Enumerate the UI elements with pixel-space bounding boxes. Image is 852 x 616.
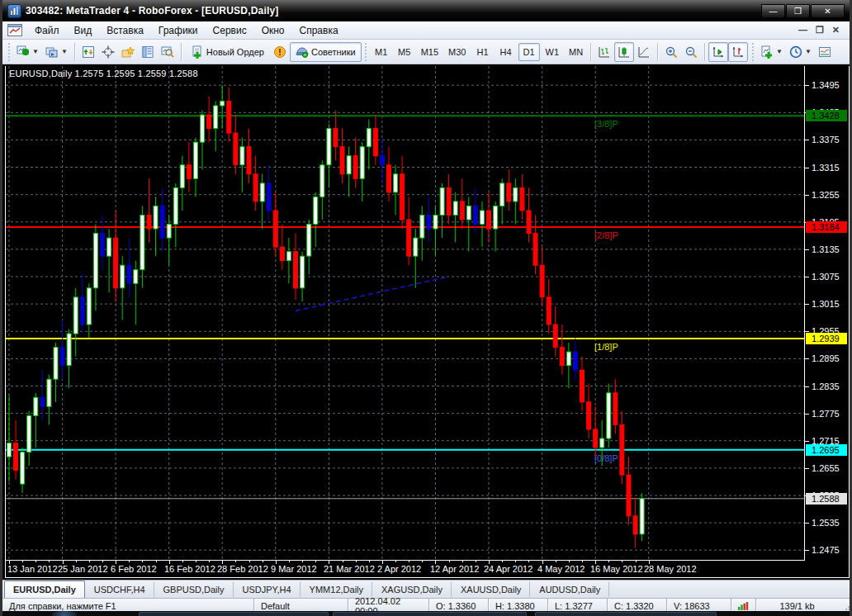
profiles-button[interactable]: ▼ <box>42 42 71 62</box>
price-tick-label: 1.2535 <box>812 518 840 528</box>
start-orb[interactable] <box>52 611 77 616</box>
date-tick-label: 16 May 2012 <box>590 564 643 574</box>
child-minimize-button[interactable]: — <box>798 25 807 36</box>
expert-advisors-button[interactable]: Советники <box>290 42 362 62</box>
timeframe-button-m30[interactable]: M30 <box>444 43 470 61</box>
date-minor-tick <box>235 561 236 562</box>
price-tick-mark <box>805 249 809 250</box>
chart-tab-eurusd[interactable]: EURUSD,Daily <box>4 580 85 598</box>
timeframe-button-h4[interactable]: H4 <box>495 43 517 61</box>
auto-scroll-button[interactable] <box>708 42 728 62</box>
new-chart-button[interactable]: ▼ <box>13 42 42 62</box>
child-restore-button[interactable]: ❐ <box>816 25 824 36</box>
menu-item-окно[interactable]: Окно <box>254 23 292 38</box>
price-tick-mark <box>805 441 809 442</box>
mt4-window: 303482: MetaTrader 4 - RoboForex - [EURU… <box>0 0 852 616</box>
taskbar-sliver <box>2 611 852 616</box>
date-minor-tick <box>636 561 637 562</box>
candlestick-chart-icon <box>618 45 631 59</box>
taskbar-button[interactable] <box>535 612 717 616</box>
timeframe-button-m15[interactable]: M15 <box>417 43 443 61</box>
chart-tab-xagusd[interactable]: XAGUSD,Daily <box>372 581 452 597</box>
menu-item-сервис[interactable]: Сервис <box>206 23 254 38</box>
svg-text:[3/8]P: [3/8]P <box>594 119 618 129</box>
toolbar-grip[interactable] <box>364 43 368 61</box>
chart-tab-audusd[interactable]: AUDUSD,Daily <box>530 581 609 597</box>
chart-shift-icon <box>731 45 745 59</box>
timeframe-button-w1[interactable]: W1 <box>542 43 564 61</box>
taskbar-button[interactable] <box>333 612 527 616</box>
chart-tab-usdchf[interactable]: USDCHF,H4 <box>85 581 154 597</box>
strategy-tester-button[interactable] <box>158 42 178 62</box>
toolbar-separator <box>657 43 658 61</box>
price-tick-label: 1.2655 <box>812 463 840 474</box>
menu-bar: ФайлВидВставкаГрафикиСервисОкноСправка —… <box>2 21 850 40</box>
favorites-button[interactable] <box>118 42 138 62</box>
menu-item-файл[interactable]: Файл <box>27 23 67 38</box>
date-minor-tick <box>196 561 196 562</box>
date-minor-tick <box>528 561 529 562</box>
date-minor-tick <box>395 561 396 562</box>
alerts-button[interactable] <box>270 42 290 62</box>
chart-tab-gbpusd[interactable]: GBPUSD,Daily <box>154 581 234 597</box>
minimize-button[interactable]: — <box>761 4 785 18</box>
window-title: 303482: MetaTrader 4 - RoboForex - [EURU… <box>26 5 279 17</box>
zoom-in-button[interactable] <box>661 42 681 62</box>
price-tick-label: 1.3135 <box>812 244 840 255</box>
line-chart-button[interactable] <box>634 42 654 62</box>
title-bar: 303482: MetaTrader 4 - RoboForex - [EURU… <box>2 0 850 21</box>
chart-shift-button[interactable] <box>728 42 748 62</box>
zoom-out-icon <box>684 45 698 59</box>
menu-item-справка[interactable]: Справка <box>292 23 346 38</box>
periods-button[interactable]: ▼ <box>786 42 815 62</box>
indicators-button[interactable]: ▼ <box>757 42 786 62</box>
date-minor-tick <box>129 561 130 562</box>
menu-item-вставка[interactable]: Вставка <box>99 23 151 38</box>
date-minor-tick <box>622 561 622 562</box>
price-axis[interactable]: 1.34951.34351.33751.33151.32551.31951.31… <box>805 66 849 560</box>
price-tick-mark <box>805 468 809 469</box>
toolbar-grip[interactable] <box>750 43 755 61</box>
timeframe-button-mn[interactable]: MN <box>565 43 587 61</box>
toolbar-grip[interactable] <box>7 43 11 61</box>
chart-child-window: [3/8]P[2/8]P[1/8]P[0/8]P EURUSD,Daily 1.… <box>5 66 850 578</box>
price-tick-label: 1.3495 <box>812 80 840 91</box>
price-tick-label: 1.2475 <box>812 545 840 556</box>
data-window-button[interactable] <box>138 42 158 62</box>
chart-workspace: [3/8]P[2/8]P[1/8]P[0/8]P EURUSD,Daily 1.… <box>2 64 852 580</box>
date-minor-tick <box>409 561 409 562</box>
taskbar-button[interactable] <box>139 612 329 616</box>
date-minor-tick <box>302 561 303 562</box>
chart-tab-ymm12[interactable]: YMM12,Daily <box>301 581 372 597</box>
timeframe-button-m5[interactable]: M5 <box>394 43 415 61</box>
new-order-button[interactable]: Новый Ордер <box>185 42 270 62</box>
price-tick-mark <box>805 304 809 305</box>
chart-plot-area[interactable]: [3/8]P[2/8]P[1/8]P[0/8]P EURUSD,Daily 1.… <box>6 66 805 560</box>
date-minor-tick <box>582 561 583 562</box>
crosshair-button[interactable] <box>98 42 118 62</box>
menu-item-графики[interactable]: Графики <box>151 23 206 38</box>
timeframe-button-h1[interactable]: H1 <box>472 43 494 61</box>
bar-chart-icon <box>598 45 611 59</box>
level-price-badge: 1.3184 <box>806 221 847 233</box>
timeframe-button-d1[interactable]: D1 <box>518 43 540 61</box>
date-minor-tick <box>502 561 503 562</box>
chart-tab-xauusd[interactable]: XAUUSD,Daily <box>452 581 530 597</box>
maximize-button[interactable]: ❐ <box>786 4 810 18</box>
date-axis[interactable]: 13 Jan 201225 Jan 20126 Feb 201216 Feb 2… <box>6 560 805 577</box>
zoom-in-icon <box>665 45 678 59</box>
market-watch-button[interactable] <box>78 42 98 62</box>
templates-button[interactable] <box>815 42 835 62</box>
child-close-button[interactable]: ✕ <box>832 25 840 36</box>
bar-chart-button[interactable] <box>594 42 614 62</box>
new-order-icon <box>191 45 204 59</box>
menu-item-вид[interactable]: Вид <box>67 23 100 38</box>
chart-tab-usdjpy[interactable]: USDJPY,H4 <box>234 581 301 597</box>
date-minor-tick <box>289 561 290 562</box>
close-button[interactable]: ✕ <box>811 4 845 18</box>
candlestick-chart-button[interactable] <box>614 42 634 62</box>
date-tick-label: 28 Feb 2012 <box>217 564 268 574</box>
zoom-out-button[interactable] <box>681 42 701 62</box>
timeframe-button-m1[interactable]: M1 <box>371 43 392 61</box>
chart-tab-bar: EURUSD,DailyUSDCHF,H4GBPUSD,DailyUSDJPY,… <box>2 580 852 598</box>
